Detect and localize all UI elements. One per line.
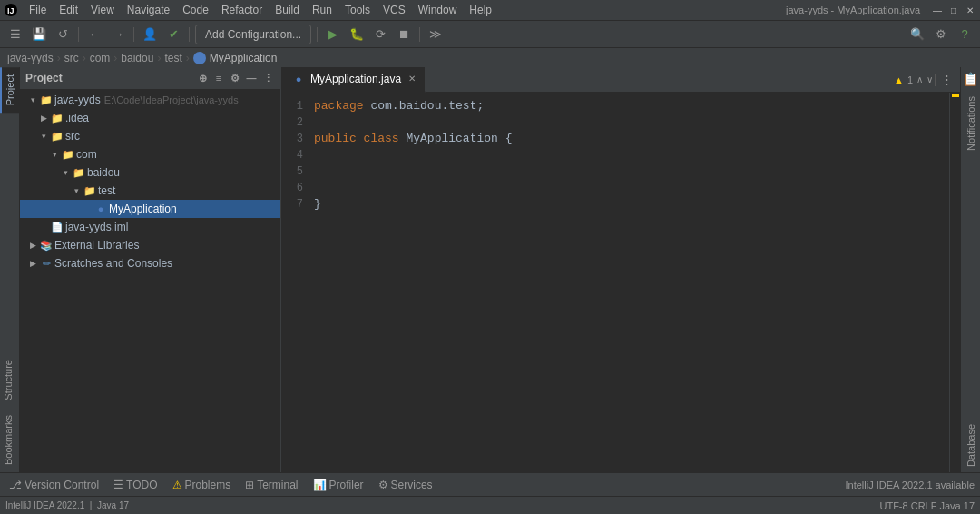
tree-item-external-libs[interactable]: ▶ 📚 External Libraries	[20, 236, 280, 254]
code-line-5	[314, 163, 942, 180]
menu-help[interactable]: Help	[464, 2, 497, 18]
tree-item-baidou[interactable]: ▾ 📁 baidou	[20, 163, 280, 182]
folder-icon-test: 📁	[83, 184, 96, 197]
project-path: E:\Code\IdeaProject\java-yyds	[104, 94, 239, 105]
warnings-indicator[interactable]: ▲ 1 ∧ ∨	[894, 74, 933, 85]
save-all-icon[interactable]: 💾	[29, 25, 49, 44]
forward-icon[interactable]: →	[108, 25, 128, 44]
class-icon	[193, 52, 206, 64]
menu-refactor[interactable]: Refactor	[216, 2, 268, 18]
notifications-tab[interactable]: Notifications	[964, 91, 978, 156]
tree-item-myapplication[interactable]: ▶ ● MyApplication	[20, 200, 280, 218]
menu-run[interactable]: Run	[307, 2, 338, 18]
bookmarks-tab[interactable]: Bookmarks	[0, 408, 19, 472]
window-controls: java-yyds - MyApplication.java — □ ✕	[786, 4, 976, 16]
line-num-5: 5	[281, 163, 303, 180]
toolbar-separator-2	[133, 27, 134, 42]
breadcrumb-part-src[interactable]: src	[64, 52, 79, 64]
close-button[interactable]: ✕	[964, 4, 976, 16]
run-button[interactable]: ▶	[323, 25, 343, 44]
right-panel-btn-1[interactable]: 📋	[963, 71, 979, 87]
database-tab[interactable]: Database	[964, 419, 978, 472]
line-num-3: 3	[281, 131, 303, 147]
run-with-coverage-button[interactable]: ⟳	[370, 25, 390, 44]
tree-item-test[interactable]: ▾ 📁 test	[20, 182, 280, 200]
svg-text:IJ: IJ	[7, 6, 15, 15]
expand-arrow-root[interactable]: ▾	[27, 94, 38, 105]
panel-title: Project	[25, 72, 63, 84]
expand-arrow-idea[interactable]: ▶	[38, 113, 49, 124]
file-tree: ▾ 📁 java-yyds E:\Code\IdeaProject\java-y…	[20, 89, 280, 472]
code-editor[interactable]: package com.baidou.test; public class My…	[307, 93, 949, 472]
services-label: Services	[391, 479, 433, 491]
structure-tab[interactable]: Structure	[0, 352, 19, 408]
tree-item-project-root[interactable]: ▾ 📁 java-yyds E:\Code\IdeaProject\java-y…	[20, 91, 280, 109]
tree-item-idea[interactable]: ▶ 📁 .idea	[20, 109, 280, 127]
toolbar-separator-5	[419, 27, 420, 42]
warning-gutter-marker	[952, 94, 959, 97]
main-menu-icon[interactable]: ☰	[5, 25, 25, 44]
locate-file-icon[interactable]: ⊕	[195, 71, 210, 85]
back-icon[interactable]: ←	[84, 25, 104, 44]
warnings-collapse-icon[interactable]: ∨	[926, 74, 933, 84]
profiler-tab[interactable]: 📊 Profiler	[309, 477, 368, 493]
panel-close-icon[interactable]: —	[244, 71, 259, 85]
tree-item-src[interactable]: ▾ 📁 src	[20, 127, 280, 145]
right-strip-top: 📋	[963, 67, 979, 91]
menu-vcs[interactable]: VCS	[377, 2, 411, 18]
tree-item-iml[interactable]: ▶ 📄 java-yyds.iml	[20, 218, 280, 236]
version-control-label: Version Control	[24, 479, 99, 491]
problems-tab[interactable]: ⚠ Problems	[169, 477, 235, 493]
status-bar-info: IntelliJ IDEA 2022.1 | Java 17	[5, 500, 129, 510]
tree-item-scratches[interactable]: ▶ ✏ Scratches and Consoles	[20, 254, 280, 272]
version-control-tab[interactable]: ⎇ Version Control	[5, 477, 103, 493]
expand-arrow-test[interactable]: ▾	[71, 185, 82, 196]
breadcrumb-part-project[interactable]: java-yyds	[7, 52, 54, 64]
panel-settings-icon[interactable]: ⚙	[228, 71, 242, 85]
window-title: java-yyds - MyApplication.java	[786, 5, 920, 15]
breadcrumb-current[interactable]: MyApplication	[210, 52, 278, 64]
breadcrumb-part-test[interactable]: test	[164, 52, 181, 64]
menu-code[interactable]: Code	[177, 2, 214, 18]
breadcrumb-part-baidou[interactable]: baidou	[121, 52, 153, 64]
menu-tools[interactable]: Tools	[339, 2, 376, 18]
expand-arrow-src[interactable]: ▾	[38, 131, 49, 142]
tab-more-button[interactable]: ⋮	[937, 71, 956, 88]
editor-tab-myapplication[interactable]: ● MyApplication.java ✕	[281, 67, 426, 93]
project-tab[interactable]: Project	[0, 67, 19, 113]
line-numbers: 1 2 3 4 5 6 7	[281, 93, 307, 472]
warnings-expand-icon[interactable]: ∧	[916, 74, 923, 84]
tab-close-button[interactable]: ✕	[408, 74, 416, 84]
tree-item-com[interactable]: ▾ 📁 com	[20, 145, 280, 163]
vcs-update-icon[interactable]: ✔	[163, 25, 183, 44]
menu-file[interactable]: File	[24, 2, 52, 18]
menu-window[interactable]: Window	[413, 2, 463, 18]
minimize-button[interactable]: —	[931, 4, 944, 16]
collapse-all-icon[interactable]: ≡	[211, 71, 226, 85]
services-tab[interactable]: ⚙ Services	[375, 477, 436, 493]
tree-label-test: test	[98, 184, 115, 197]
panel-gear-icon[interactable]: ⋮	[260, 71, 275, 85]
todo-tab[interactable]: ☰ TODO	[110, 477, 161, 493]
terminal-tab[interactable]: ⊞ Terminal	[241, 477, 301, 493]
profile-icon[interactable]: 👤	[140, 25, 160, 44]
expand-arrow-baidou[interactable]: ▾	[60, 167, 71, 178]
sync-icon[interactable]: ↺	[53, 25, 73, 44]
expand-arrow-extlibs[interactable]: ▶	[27, 240, 38, 251]
expand-arrow-com[interactable]: ▾	[49, 149, 60, 160]
help-icon[interactable]: ?	[955, 25, 975, 44]
more-actions-button[interactable]: ≫	[426, 25, 446, 44]
menu-view[interactable]: View	[85, 2, 120, 18]
settings-icon[interactable]: ⚙	[931, 25, 951, 44]
menu-navigate[interactable]: Navigate	[122, 2, 175, 18]
menu-build[interactable]: Build	[270, 2, 305, 18]
breadcrumb-sep-4: ›	[157, 52, 161, 64]
expand-arrow-scratches[interactable]: ▶	[27, 258, 38, 269]
run-stop-button[interactable]: ⏹	[394, 25, 414, 44]
debug-button[interactable]: 🐛	[347, 25, 367, 44]
menu-edit[interactable]: Edit	[54, 2, 83, 18]
maximize-button[interactable]: □	[947, 4, 960, 16]
add-configuration-button[interactable]: Add Configuration...	[195, 25, 311, 44]
breadcrumb-part-com[interactable]: com	[90, 52, 111, 64]
search-everywhere-icon[interactable]: 🔍	[907, 25, 927, 44]
